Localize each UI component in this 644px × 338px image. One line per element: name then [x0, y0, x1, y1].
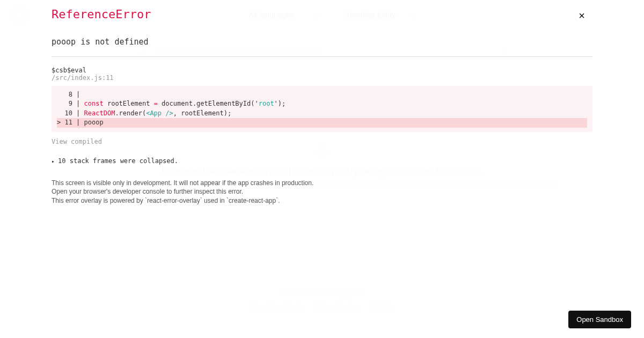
collapsed-frames-toggle[interactable]: 10 stack frames were collapsed.: [52, 157, 592, 165]
view-compiled-link[interactable]: View compiled: [52, 138, 102, 145]
code-snippet: 8 | 9 | const rootElement = document.get…: [52, 86, 592, 132]
source-function: $csb$eval: [52, 67, 592, 74]
error-title: ReferenceError: [52, 8, 592, 21]
close-icon[interactable]: ×: [579, 10, 585, 22]
source-path: /src/index.js:11: [52, 74, 592, 82]
error-message: pooop is not defined: [52, 37, 592, 47]
divider: [52, 56, 592, 57]
open-sandbox-button[interactable]: Open Sandbox: [568, 311, 631, 328]
highlighted-line: > 11 | pooop: [57, 118, 587, 127]
error-overlay: × ReferenceError pooop is not defined $c…: [0, 0, 644, 338]
dev-footnote: This screen is visible only in developme…: [52, 179, 427, 205]
